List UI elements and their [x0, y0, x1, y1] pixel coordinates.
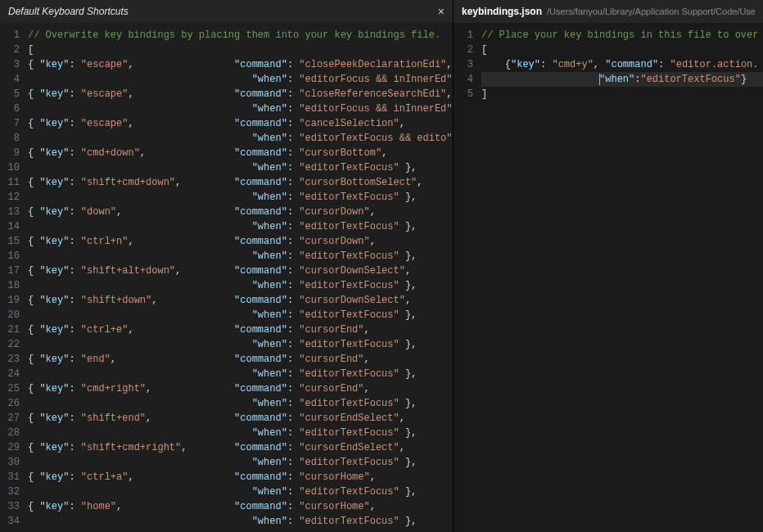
- right-tab-title[interactable]: keybindings.json: [462, 6, 542, 17]
- default-keybindings-pane: Default Keyboard Shortcuts × 12345678910…: [0, 0, 453, 532]
- left-tab-bar: Default Keyboard Shortcuts ×: [0, 0, 453, 23]
- right-tab-path: /Users/fanyou/Library/Application Suppor…: [547, 7, 755, 16]
- left-line-gutter: 1234567891011121314151617181920212223242…: [0, 23, 28, 532]
- right-editor[interactable]: 12345 // Place your key bindings in this…: [454, 23, 763, 532]
- left-editor[interactable]: 1234567891011121314151617181920212223242…: [0, 23, 453, 532]
- left-tab-title[interactable]: Default Keyboard Shortcuts: [8, 6, 129, 17]
- right-code-area[interactable]: // Place your key bindings in this file …: [481, 23, 763, 532]
- right-line-gutter: 12345: [454, 23, 481, 532]
- right-tab-bar: keybindings.json /Users/fanyou/Library/A…: [454, 0, 763, 23]
- user-keybindings-pane: keybindings.json /Users/fanyou/Library/A…: [453, 0, 763, 532]
- close-icon[interactable]: ×: [438, 5, 445, 18]
- left-code-area[interactable]: // Overwrite key bindings by placing the…: [28, 23, 453, 532]
